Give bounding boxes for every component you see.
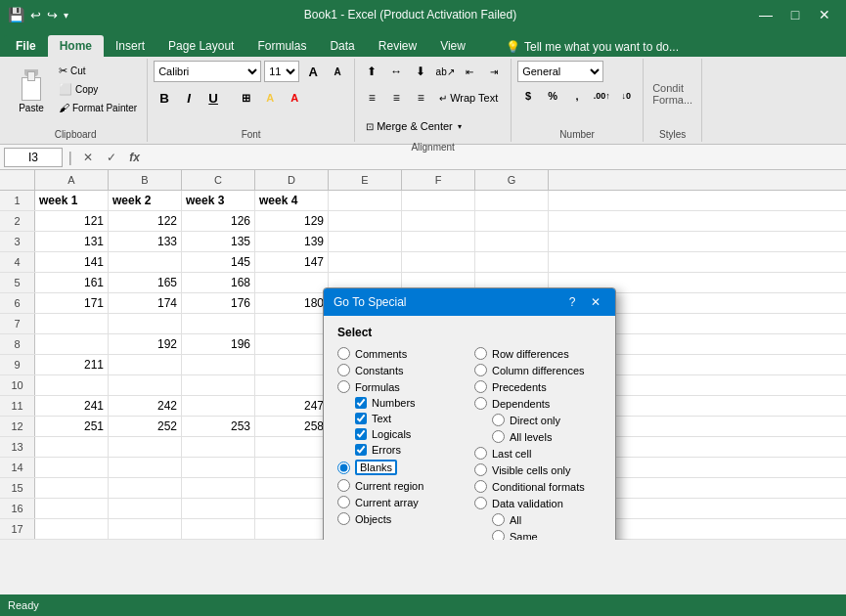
radio-visible-only[interactable] [474, 463, 487, 476]
comma-button[interactable]: , [566, 85, 588, 107]
radio-all-levels[interactable] [492, 430, 505, 443]
formula-input[interactable] [149, 148, 842, 167]
indent-decrease-button[interactable]: ⇤ [459, 61, 480, 82]
label-errors: Errors [372, 444, 401, 456]
name-box[interactable] [4, 148, 63, 167]
radio-constants[interactable] [337, 364, 350, 376]
label-objects: Objects [355, 513, 391, 525]
align-center-button[interactable]: ≡ [385, 87, 407, 109]
align-middle-button[interactable]: ↔ [385, 61, 407, 82]
align-top-button[interactable]: ⬆ [361, 61, 382, 82]
dialog-columns: Comments Constants Formulas Numbers [337, 347, 601, 540]
cancel-formula-button[interactable]: ✕ [78, 148, 98, 167]
dialog-help-button[interactable]: ? [562, 294, 582, 310]
label-all-sub: All [510, 514, 521, 526]
radio-dependents[interactable] [474, 397, 487, 410]
currency-button[interactable]: $ [517, 85, 539, 107]
align-left-button[interactable]: ≡ [361, 87, 382, 109]
fill-color-button[interactable]: A [259, 87, 281, 109]
percent-button[interactable]: % [542, 85, 563, 107]
option-logicals: Logicals [337, 428, 465, 440]
radio-formulas[interactable] [337, 380, 350, 393]
label-dependents: Dependents [492, 398, 550, 410]
align-bottom-button[interactable]: ⬇ [410, 61, 431, 82]
redo-icon[interactable]: ↪ [47, 8, 58, 22]
align-right-button[interactable]: ≡ [410, 87, 431, 109]
alignment-label: Alignment [411, 140, 454, 153]
checkbox-numbers[interactable] [355, 397, 367, 409]
checkbox-errors[interactable] [355, 444, 367, 456]
radio-precedents[interactable] [474, 380, 487, 393]
confirm-formula-button[interactable]: ✓ [102, 148, 121, 167]
copy-button[interactable]: ⬜ Copy [55, 81, 141, 98]
tell-me-text: Tell me what you want to do... [524, 40, 679, 54]
increase-font-button[interactable]: A [302, 61, 324, 82]
font-name-select[interactable]: Calibri [154, 61, 261, 82]
option-objects: Objects [337, 512, 465, 525]
dialog-right-col: Row differences Column differences Prece… [474, 347, 601, 540]
tab-page-layout[interactable]: Page Layout [156, 35, 245, 57]
option-precedents: Precedents [474, 380, 601, 393]
radio-last-cell[interactable] [474, 447, 487, 460]
tab-insert[interactable]: Insert [104, 35, 156, 57]
label-blanks: Blanks [355, 460, 397, 475]
wrap-text-button[interactable]: ↵ Wrap Text [434, 87, 503, 109]
number-format-select[interactable]: General [517, 61, 603, 82]
titlebar: 💾 ↩ ↪ ▾ Book1 - Excel (Product Activatio… [0, 0, 846, 29]
font-color-button[interactable]: A [284, 87, 305, 109]
radio-data-validation[interactable] [474, 497, 487, 509]
bold-button[interactable]: B [154, 87, 175, 109]
border-button[interactable]: ⊞ [235, 87, 256, 109]
tab-formulas[interactable]: Formulas [245, 35, 318, 57]
tell-me-box[interactable]: 💡 Tell me what you want to do... [497, 37, 688, 57]
tab-review[interactable]: Review [367, 35, 428, 57]
orientation-button[interactable]: ab↗ [434, 61, 456, 82]
paste-button[interactable]: Paste [10, 61, 53, 119]
cut-button[interactable]: ✂ Cut [55, 63, 141, 79]
radio-direct-only[interactable] [492, 414, 505, 426]
tab-home[interactable]: Home [48, 35, 104, 57]
radio-objects[interactable] [337, 512, 350, 525]
window-controls: ― □ ✕ [752, 5, 838, 24]
dialog-body: Select Comments Constants [324, 316, 615, 540]
insert-function-button[interactable]: fx [125, 148, 145, 167]
checkbox-logicals[interactable] [355, 428, 367, 440]
indent-increase-button[interactable]: ⇥ [483, 61, 505, 82]
radio-current-region[interactable] [337, 479, 350, 492]
radio-same[interactable] [492, 530, 505, 540]
minimize-button[interactable]: ― [752, 5, 779, 24]
radio-all-sub[interactable] [492, 513, 505, 526]
restore-button[interactable]: □ [781, 5, 809, 24]
decimal-increase-button[interactable]: .00↑ [591, 85, 612, 107]
underline-button[interactable]: U [202, 87, 224, 109]
styles-group: ConditForma... Styles [644, 59, 702, 142]
decrease-font-button[interactable]: A [327, 61, 348, 82]
undo-icon[interactable]: ↩ [30, 8, 41, 22]
option-constants: Constants [337, 364, 465, 376]
radio-col-diff[interactable] [474, 364, 487, 376]
format-painter-button[interactable]: 🖌 Format Painter [55, 100, 141, 115]
radio-blanks[interactable] [337, 462, 350, 474]
merge-center-button[interactable]: ⊡ Merge & Center ▾ [361, 115, 505, 137]
close-button[interactable]: ✕ [811, 5, 838, 24]
save-icon[interactable]: 💾 [8, 7, 24, 22]
dialog-close-button[interactable]: ✕ [586, 294, 605, 310]
radio-conditional-formats[interactable] [474, 480, 487, 493]
radio-row-diff[interactable] [474, 347, 487, 360]
tab-view[interactable]: View [428, 35, 477, 57]
radio-comments[interactable] [337, 347, 350, 360]
paste-icon [18, 67, 45, 101]
italic-button[interactable]: I [178, 87, 200, 109]
decimal-decrease-button[interactable]: ↓0 [615, 85, 637, 107]
number-group: General $ % , .00↑ ↓0 Number [512, 59, 644, 142]
tab-data[interactable]: Data [318, 35, 366, 57]
font-size-select[interactable]: 11 [264, 61, 299, 82]
label-numbers: Numbers [372, 397, 416, 409]
checkbox-text[interactable] [355, 413, 367, 424]
goto-special-dialog: Go To Special ? ✕ Select Comments [323, 287, 616, 540]
label-text: Text [372, 413, 391, 424]
radio-current-array[interactable] [337, 496, 350, 508]
option-errors: Errors [337, 444, 465, 456]
alignment-group: ⬆ ↔ ⬇ ab↗ ⇤ ⇥ ≡ ≡ ≡ ↵ Wrap Text ⊡ Merge … [355, 59, 512, 142]
tab-file[interactable]: File [4, 35, 48, 57]
